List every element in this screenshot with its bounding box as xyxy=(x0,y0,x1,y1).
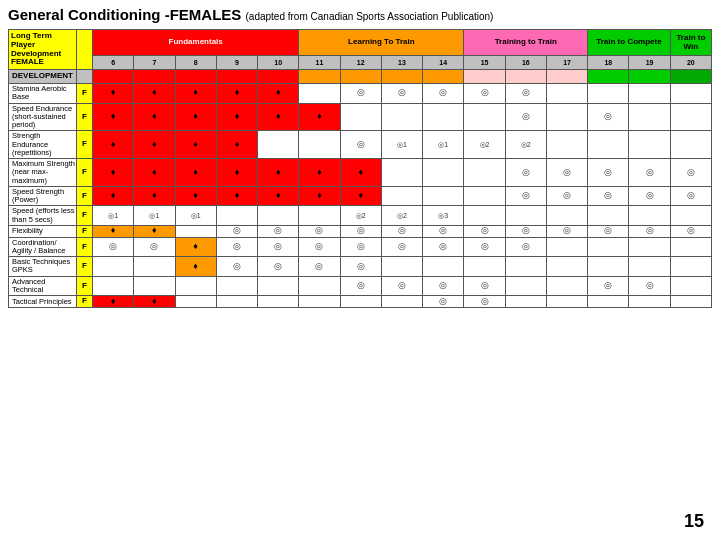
data-cell: ◎ xyxy=(505,225,546,237)
age-cell: 6 xyxy=(93,56,134,70)
data-cell: ◎ xyxy=(340,237,381,257)
data-cell: ◎ xyxy=(299,237,340,257)
data-cell xyxy=(340,103,381,131)
age-cell: 19 xyxy=(629,56,670,70)
data-cell: ◎ xyxy=(423,237,464,257)
data-cell: ◎ xyxy=(505,237,546,257)
data-cell: ♦ xyxy=(258,159,299,187)
header-training: Training to Train xyxy=(464,30,588,56)
data-cell: ◎ xyxy=(464,296,505,308)
row-label-cell: Coordination/ Agility / Balance xyxy=(9,237,77,257)
data-cell: ◎ xyxy=(546,159,587,187)
data-cell: ◎ xyxy=(464,84,505,104)
data-cell: ♦ xyxy=(258,84,299,104)
data-cell: ♦ xyxy=(134,84,175,104)
data-cell: ◎ xyxy=(340,131,381,159)
data-cell xyxy=(546,70,587,84)
data-cell xyxy=(216,206,257,226)
data-cell xyxy=(423,159,464,187)
table-row: Speed Endurance (short-sustained period)… xyxy=(9,103,712,131)
data-cell: ◎ xyxy=(423,296,464,308)
data-cell: ♦ xyxy=(299,103,340,131)
data-cell xyxy=(216,276,257,296)
data-cell: ◎ xyxy=(546,186,587,206)
table-row: Speed (efforts less than 5 secs)F◎1◎1◎1◎… xyxy=(9,206,712,226)
f-cell: F xyxy=(77,84,93,104)
data-cell xyxy=(93,257,134,277)
data-cell xyxy=(258,70,299,84)
data-cell: ◎ xyxy=(629,159,670,187)
data-cell: ♦ xyxy=(93,159,134,187)
data-cell xyxy=(505,276,546,296)
data-cell xyxy=(381,159,422,187)
data-cell xyxy=(464,70,505,84)
data-cell xyxy=(670,237,711,257)
data-cell: ◎1 xyxy=(175,206,216,226)
data-cell: ♦ xyxy=(93,186,134,206)
f-cell: F xyxy=(77,276,93,296)
header-win: Train to Win xyxy=(670,30,711,56)
data-cell: ♦ xyxy=(134,103,175,131)
age-cell: 8 xyxy=(175,56,216,70)
data-cell xyxy=(670,276,711,296)
data-cell xyxy=(629,296,670,308)
table-row: Maximum Strength (near max-maximum)F♦♦♦♦… xyxy=(9,159,712,187)
age-cell: 9 xyxy=(216,56,257,70)
data-cell xyxy=(464,103,505,131)
data-cell xyxy=(216,70,257,84)
header-compete: Train to Compete xyxy=(588,30,671,56)
data-cell: ◎ xyxy=(588,186,629,206)
data-cell: ♦ xyxy=(175,84,216,104)
data-cell xyxy=(670,84,711,104)
data-cell xyxy=(299,70,340,84)
age-cell: 10 xyxy=(258,56,299,70)
data-cell xyxy=(464,206,505,226)
f-cell: F xyxy=(77,296,93,308)
data-cell: ◎ xyxy=(588,159,629,187)
data-cell: ♦ xyxy=(93,84,134,104)
row-label-cell: Advanced Technical xyxy=(9,276,77,296)
age-cell: 13 xyxy=(381,56,422,70)
data-cell xyxy=(258,131,299,159)
data-cell xyxy=(134,257,175,277)
data-cell: ◎1 xyxy=(423,131,464,159)
data-cell xyxy=(340,70,381,84)
data-cell xyxy=(93,70,134,84)
data-cell xyxy=(299,131,340,159)
data-cell xyxy=(505,70,546,84)
data-cell xyxy=(546,103,587,131)
data-cell: ◎1 xyxy=(381,131,422,159)
data-cell xyxy=(670,296,711,308)
data-cell: ◎ xyxy=(216,257,257,277)
row-label-cell: Basic Techniques GPKS xyxy=(9,257,77,277)
main-title: General Conditioning -FEMALES (adapted f… xyxy=(8,6,712,23)
data-cell xyxy=(423,70,464,84)
data-cell: ◎ xyxy=(299,257,340,277)
data-cell: ◎ xyxy=(588,225,629,237)
data-cell xyxy=(629,237,670,257)
data-cell xyxy=(258,296,299,308)
data-cell: ♦ xyxy=(216,84,257,104)
data-cell xyxy=(175,296,216,308)
data-cell xyxy=(175,276,216,296)
data-cell xyxy=(588,237,629,257)
row-label-cell: Stamina Aerobic Base xyxy=(9,84,77,104)
data-cell xyxy=(258,276,299,296)
data-cell xyxy=(588,84,629,104)
data-cell xyxy=(629,103,670,131)
data-cell: ◎ xyxy=(629,276,670,296)
row-label-cell: Speed Endurance (short-sustained period) xyxy=(9,103,77,131)
data-cell: ◎ xyxy=(381,276,422,296)
table-row: Advanced TechnicalF◎◎◎◎◎◎ xyxy=(9,276,712,296)
data-cell: ◎ xyxy=(258,257,299,277)
data-cell xyxy=(505,296,546,308)
data-cell: ♦ xyxy=(216,131,257,159)
data-cell xyxy=(546,131,587,159)
age-cell: 20 xyxy=(670,56,711,70)
data-cell: ♦ xyxy=(340,186,381,206)
data-cell xyxy=(670,257,711,277)
data-cell xyxy=(546,257,587,277)
data-cell xyxy=(546,206,587,226)
age-cell: 16 xyxy=(505,56,546,70)
data-cell: ◎1 xyxy=(93,206,134,226)
